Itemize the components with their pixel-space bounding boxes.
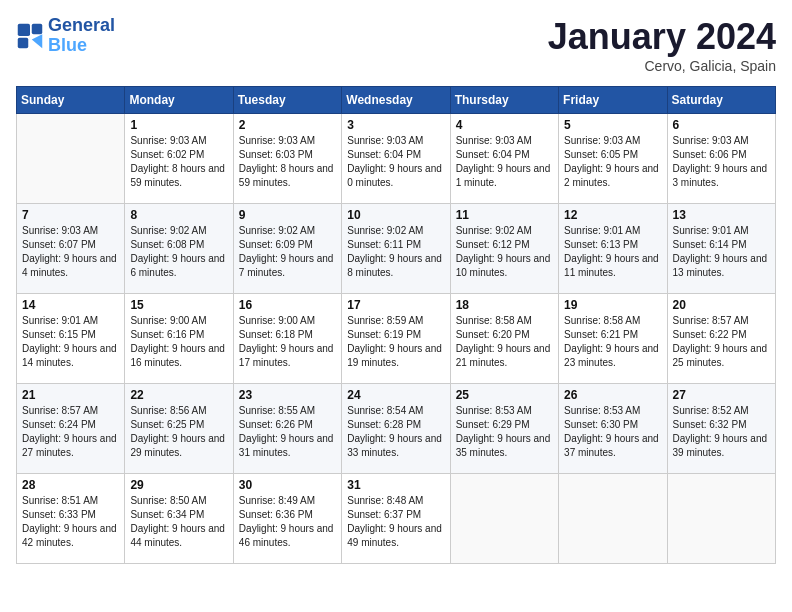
day-info: Sunrise: 9:03 AM Sunset: 6:03 PM Dayligh… [239,134,336,190]
logo-general: General [48,15,115,35]
day-info: Sunrise: 9:01 AM Sunset: 6:14 PM Dayligh… [673,224,770,280]
day-info: Sunrise: 8:54 AM Sunset: 6:28 PM Dayligh… [347,404,444,460]
page-header: General Blue January 2024 Cervo, Galicia… [16,16,776,74]
day-number: 10 [347,208,444,222]
calendar-cell: 27Sunrise: 8:52 AM Sunset: 6:32 PM Dayli… [667,384,775,474]
calendar-cell: 11Sunrise: 9:02 AM Sunset: 6:12 PM Dayli… [450,204,558,294]
calendar-cell [667,474,775,564]
day-number: 24 [347,388,444,402]
calendar-cell: 19Sunrise: 8:58 AM Sunset: 6:21 PM Dayli… [559,294,667,384]
day-number: 8 [130,208,227,222]
header-wednesday: Wednesday [342,87,450,114]
day-number: 20 [673,298,770,312]
calendar-cell: 9Sunrise: 9:02 AM Sunset: 6:09 PM Daylig… [233,204,341,294]
day-number: 14 [22,298,119,312]
calendar-cell: 13Sunrise: 9:01 AM Sunset: 6:14 PM Dayli… [667,204,775,294]
week-row-1: 1Sunrise: 9:03 AM Sunset: 6:02 PM Daylig… [17,114,776,204]
day-info: Sunrise: 8:53 AM Sunset: 6:30 PM Dayligh… [564,404,661,460]
day-number: 28 [22,478,119,492]
day-number: 7 [22,208,119,222]
day-info: Sunrise: 8:57 AM Sunset: 6:22 PM Dayligh… [673,314,770,370]
week-row-3: 14Sunrise: 9:01 AM Sunset: 6:15 PM Dayli… [17,294,776,384]
calendar-cell: 24Sunrise: 8:54 AM Sunset: 6:28 PM Dayli… [342,384,450,474]
day-number: 18 [456,298,553,312]
calendar-cell: 16Sunrise: 9:00 AM Sunset: 6:18 PM Dayli… [233,294,341,384]
day-number: 13 [673,208,770,222]
day-info: Sunrise: 8:50 AM Sunset: 6:34 PM Dayligh… [130,494,227,550]
calendar-cell [559,474,667,564]
svg-rect-2 [18,38,29,49]
calendar-cell: 23Sunrise: 8:55 AM Sunset: 6:26 PM Dayli… [233,384,341,474]
day-number: 15 [130,298,227,312]
day-info: Sunrise: 9:03 AM Sunset: 6:04 PM Dayligh… [456,134,553,190]
calendar-title: January 2024 [548,16,776,58]
day-number: 9 [239,208,336,222]
day-info: Sunrise: 8:58 AM Sunset: 6:21 PM Dayligh… [564,314,661,370]
calendar-cell: 31Sunrise: 8:48 AM Sunset: 6:37 PM Dayli… [342,474,450,564]
day-info: Sunrise: 8:55 AM Sunset: 6:26 PM Dayligh… [239,404,336,460]
day-number: 27 [673,388,770,402]
calendar-subtitle: Cervo, Galicia, Spain [548,58,776,74]
day-number: 26 [564,388,661,402]
calendar-cell: 2Sunrise: 9:03 AM Sunset: 6:03 PM Daylig… [233,114,341,204]
calendar-table: SundayMondayTuesdayWednesdayThursdayFrid… [16,86,776,564]
week-row-2: 7Sunrise: 9:03 AM Sunset: 6:07 PM Daylig… [17,204,776,294]
day-number: 12 [564,208,661,222]
day-number: 11 [456,208,553,222]
day-number: 19 [564,298,661,312]
calendar-cell: 26Sunrise: 8:53 AM Sunset: 6:30 PM Dayli… [559,384,667,474]
day-number: 29 [130,478,227,492]
calendar-cell: 5Sunrise: 9:03 AM Sunset: 6:05 PM Daylig… [559,114,667,204]
calendar-cell: 30Sunrise: 8:49 AM Sunset: 6:36 PM Dayli… [233,474,341,564]
logo: General Blue [16,16,115,56]
day-info: Sunrise: 8:52 AM Sunset: 6:32 PM Dayligh… [673,404,770,460]
day-number: 5 [564,118,661,132]
calendar-cell: 10Sunrise: 9:02 AM Sunset: 6:11 PM Dayli… [342,204,450,294]
day-info: Sunrise: 8:56 AM Sunset: 6:25 PM Dayligh… [130,404,227,460]
header-monday: Monday [125,87,233,114]
calendar-cell: 20Sunrise: 8:57 AM Sunset: 6:22 PM Dayli… [667,294,775,384]
day-info: Sunrise: 8:57 AM Sunset: 6:24 PM Dayligh… [22,404,119,460]
header-sunday: Sunday [17,87,125,114]
calendar-cell: 8Sunrise: 9:02 AM Sunset: 6:08 PM Daylig… [125,204,233,294]
calendar-cell: 3Sunrise: 9:03 AM Sunset: 6:04 PM Daylig… [342,114,450,204]
header-thursday: Thursday [450,87,558,114]
day-number: 25 [456,388,553,402]
logo-icon [16,22,44,50]
day-number: 31 [347,478,444,492]
calendar-cell: 17Sunrise: 8:59 AM Sunset: 6:19 PM Dayli… [342,294,450,384]
calendar-cell: 29Sunrise: 8:50 AM Sunset: 6:34 PM Dayli… [125,474,233,564]
day-info: Sunrise: 9:03 AM Sunset: 6:02 PM Dayligh… [130,134,227,190]
week-row-5: 28Sunrise: 8:51 AM Sunset: 6:33 PM Dayli… [17,474,776,564]
header-tuesday: Tuesday [233,87,341,114]
day-number: 30 [239,478,336,492]
calendar-cell: 25Sunrise: 8:53 AM Sunset: 6:29 PM Dayli… [450,384,558,474]
day-number: 22 [130,388,227,402]
day-info: Sunrise: 9:02 AM Sunset: 6:12 PM Dayligh… [456,224,553,280]
day-number: 2 [239,118,336,132]
day-info: Sunrise: 9:02 AM Sunset: 6:08 PM Dayligh… [130,224,227,280]
day-info: Sunrise: 8:58 AM Sunset: 6:20 PM Dayligh… [456,314,553,370]
day-number: 17 [347,298,444,312]
day-info: Sunrise: 9:01 AM Sunset: 6:13 PM Dayligh… [564,224,661,280]
day-info: Sunrise: 8:59 AM Sunset: 6:19 PM Dayligh… [347,314,444,370]
day-info: Sunrise: 9:02 AM Sunset: 6:11 PM Dayligh… [347,224,444,280]
day-number: 3 [347,118,444,132]
calendar-cell: 12Sunrise: 9:01 AM Sunset: 6:13 PM Dayli… [559,204,667,294]
calendar-cell: 15Sunrise: 9:00 AM Sunset: 6:16 PM Dayli… [125,294,233,384]
title-area: January 2024 Cervo, Galicia, Spain [548,16,776,74]
calendar-header-row: SundayMondayTuesdayWednesdayThursdayFrid… [17,87,776,114]
day-number: 16 [239,298,336,312]
svg-rect-0 [18,24,30,36]
calendar-cell [17,114,125,204]
day-number: 6 [673,118,770,132]
svg-rect-1 [32,24,43,35]
calendar-cell: 22Sunrise: 8:56 AM Sunset: 6:25 PM Dayli… [125,384,233,474]
logo-blue: Blue [48,36,115,56]
day-info: Sunrise: 9:01 AM Sunset: 6:15 PM Dayligh… [22,314,119,370]
day-info: Sunrise: 9:03 AM Sunset: 6:05 PM Dayligh… [564,134,661,190]
day-number: 1 [130,118,227,132]
day-number: 21 [22,388,119,402]
calendar-cell: 7Sunrise: 9:03 AM Sunset: 6:07 PM Daylig… [17,204,125,294]
day-info: Sunrise: 9:03 AM Sunset: 6:04 PM Dayligh… [347,134,444,190]
